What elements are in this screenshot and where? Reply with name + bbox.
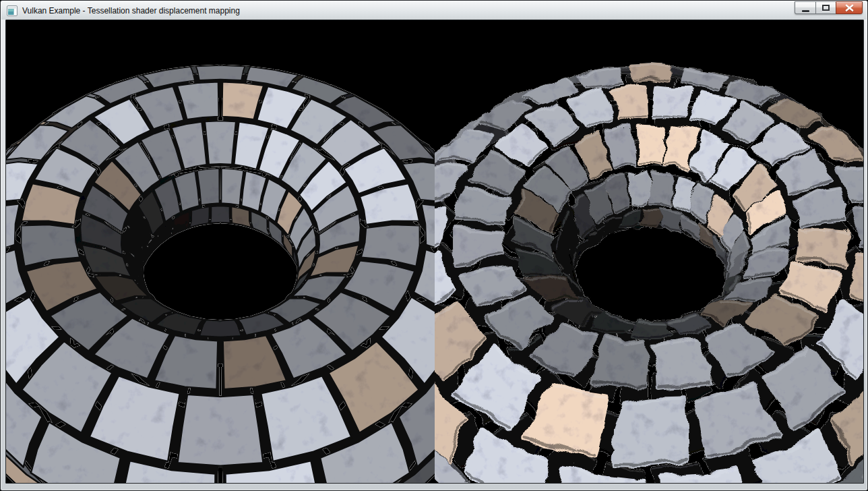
- title-bar[interactable]: Vulkan Example - Tessellation shader dis…: [1, 1, 867, 20]
- window-controls: [795, 1, 863, 14]
- minimize-button[interactable]: [795, 1, 816, 14]
- maximize-icon: [822, 5, 830, 11]
- render-client-area: [5, 20, 864, 484]
- app-icon: [7, 5, 18, 16]
- torus-displacement-panel: [368, 20, 863, 483]
- minimize-icon: [802, 10, 809, 12]
- window-title: Vulkan Example - Tessellation shader dis…: [22, 6, 240, 16]
- vulkan-example-window: Vulkan Example - Tessellation shader dis…: [0, 0, 868, 491]
- vulkan-viewport[interactable]: [6, 20, 863, 483]
- torus-no-displacement-panel: [6, 20, 501, 483]
- close-button[interactable]: [836, 1, 863, 14]
- close-icon: [845, 4, 854, 11]
- maximize-button[interactable]: [815, 1, 836, 14]
